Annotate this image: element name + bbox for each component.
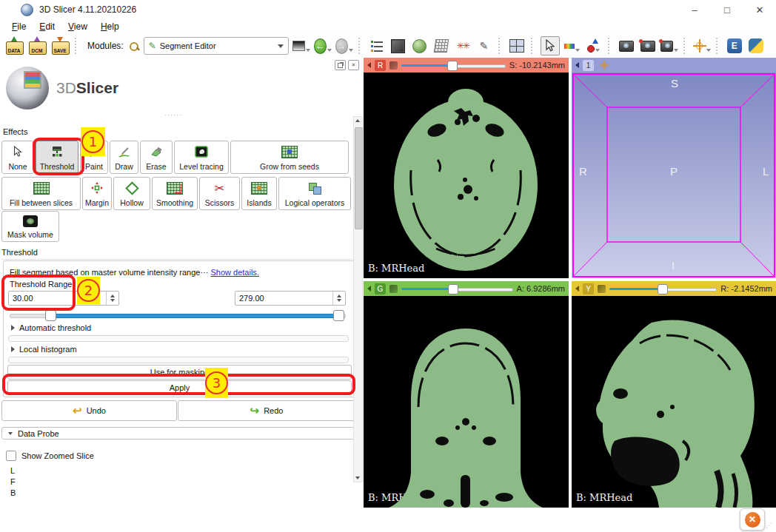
mouse-interaction-button[interactable]: [541, 36, 560, 55]
effect-hollow-button[interactable]: Hollow: [113, 177, 150, 210]
load-data-button[interactable]: DATA: [4, 36, 24, 55]
spinbox-arrows[interactable]: [332, 292, 345, 305]
red-slice-view: R S: -10.2143mm B: MRHead: [364, 58, 569, 278]
spinbox-arrows[interactable]: [106, 292, 118, 305]
collapse-view-icon[interactable]: [367, 286, 371, 292]
green-slice-slider[interactable]: [401, 284, 513, 293]
screenshot-layout-button[interactable]: [292, 37, 310, 55]
collapse-view-icon[interactable]: [367, 62, 371, 68]
apply-button[interactable]: Apply: [7, 380, 352, 395]
range-slider-max-handle[interactable]: [333, 310, 344, 321]
scroll-down-icon[interactable]: [355, 477, 360, 479]
volume-cube-icon[interactable]: [389, 37, 407, 55]
effect-none-button[interactable]: None: [1, 141, 34, 174]
margin-icon: [91, 178, 103, 198]
effect-scissors-button[interactable]: ✂ Scissors: [199, 177, 240, 210]
show-details-link[interactable]: Show details.: [210, 268, 258, 277]
slider-handle[interactable]: [658, 284, 668, 294]
save-button[interactable]: SAVE: [50, 36, 70, 55]
layout-selector-button[interactable]: [508, 37, 526, 55]
pin-icon[interactable]: [389, 61, 398, 70]
modules-label: Modules:: [87, 41, 124, 51]
threshold-max-value[interactable]: 279.00: [235, 292, 332, 305]
panel-drag-handle[interactable]: ······: [164, 111, 182, 118]
data-probe-header[interactable]: Data Probe: [1, 427, 360, 440]
module-selector[interactable]: ✎ Segment Editor: [144, 37, 289, 55]
menu-file[interactable]: File: [6, 20, 32, 33]
effect-smoothing-button[interactable]: Smoothing: [152, 177, 198, 210]
pin-icon[interactable]: [598, 285, 606, 293]
volume-rendering-icon[interactable]: [432, 37, 450, 55]
transforms-icon[interactable]: ✳✳: [454, 37, 472, 55]
green-view-body[interactable]: B: MRHead: [364, 296, 569, 508]
effect-draw-button[interactable]: Draw: [110, 141, 138, 174]
menu-view[interactable]: View: [62, 20, 93, 33]
module-selector-value: Segment Editor: [160, 41, 216, 50]
scene-view-save-button[interactable]: [639, 37, 657, 55]
automatic-threshold-section[interactable]: Automatic threshold: [11, 323, 91, 332]
red-view-body[interactable]: B: MRHead: [364, 73, 569, 278]
threshold-max-spinbox[interactable]: 279.00: [235, 291, 346, 306]
scrollbar-thumb[interactable]: [355, 127, 363, 229]
show-zoomed-slice-checkbox[interactable]: [6, 451, 16, 461]
panel-scrollbar[interactable]: [353, 116, 363, 482]
annotations-icon[interactable]: ✎: [475, 37, 493, 55]
scene-view-restore-button[interactable]: [660, 37, 678, 55]
history-forward-button[interactable]: →: [335, 37, 353, 55]
red-slice-slider[interactable]: [401, 61, 506, 70]
minimize-button[interactable]: –: [678, 0, 711, 19]
slider-handle[interactable]: [447, 61, 458, 71]
separator: [498, 38, 503, 54]
maximize-button[interactable]: □: [711, 0, 743, 19]
close-panel-button[interactable]: ✕: [348, 60, 359, 70]
extensions-manager-button[interactable]: E: [726, 37, 743, 55]
red-view-letter: R: [375, 60, 386, 71]
yellow-slice-view: Y R: -2.1452mm B: MRHead: [572, 281, 776, 508]
effect-level-tracing-button[interactable]: Level tracing: [174, 141, 229, 174]
yellow-view-body[interactable]: B: MRHead: [572, 296, 776, 508]
yellow-view-letter: Y: [583, 283, 594, 294]
collapse-view-icon[interactable]: [575, 286, 579, 292]
resize-grip[interactable]: ⋰: [766, 522, 773, 529]
scroll-up-icon[interactable]: [355, 119, 360, 122]
range-slider-min-handle[interactable]: [45, 310, 56, 321]
crosshair-button[interactable]: [693, 37, 711, 55]
place-fiducial-button[interactable]: [563, 37, 581, 55]
place-point-button[interactable]: [585, 37, 603, 55]
collapse-view-icon[interactable]: [575, 62, 579, 68]
yellow-view-header: Y R: -2.1452mm: [572, 281, 776, 296]
undo-button[interactable]: ↩ Undo: [1, 400, 177, 421]
effect-mask-volume-button[interactable]: Mask volume: [1, 211, 59, 242]
dismiss-overlay-button[interactable]: ✕: [745, 512, 760, 528]
yellow-slice-slider[interactable]: [609, 284, 717, 293]
threeD-view-body[interactable]: S R P L I: [572, 73, 776, 278]
threshold-range-slider[interactable]: [10, 310, 344, 320]
menu-help[interactable]: Help: [95, 20, 125, 33]
local-histogram-frame: [8, 357, 349, 363]
view-options-gear-icon[interactable]: [600, 61, 609, 70]
pin-icon[interactable]: [389, 285, 398, 293]
menu-edit[interactable]: Edit: [33, 20, 61, 33]
effect-erase-button[interactable]: Erase: [140, 141, 173, 174]
module-history-icon[interactable]: [368, 37, 386, 55]
redo-button[interactable]: ↪ Redo: [178, 400, 355, 421]
dicom-button[interactable]: DCM: [27, 36, 47, 55]
python-console-button[interactable]: [747, 37, 765, 55]
effect-threshold-button[interactable]: Threshold: [36, 141, 78, 174]
module-search-icon[interactable]: [129, 41, 138, 51]
effect-logical-operators-button[interactable]: Logical operators: [278, 177, 351, 210]
close-button[interactable]: ✕: [743, 0, 776, 19]
effect-grow-from-seeds-button[interactable]: Grow from seeds: [230, 141, 349, 174]
models-sphere-icon[interactable]: [411, 37, 429, 55]
effect-islands-button[interactable]: Islands: [241, 177, 277, 210]
effect-margin-button[interactable]: Margin: [82, 177, 112, 210]
screen-capture-button[interactable]: [618, 37, 635, 55]
slider-handle[interactable]: [448, 284, 458, 294]
history-back-button[interactable]: ←: [314, 37, 332, 55]
use-for-masking-button[interactable]: Use for masking: [7, 365, 352, 380]
undock-panel-button[interactable]: [335, 60, 346, 70]
effect-fill-between-slices-button[interactable]: Fill between slices: [1, 177, 81, 210]
local-histogram-section[interactable]: Local histogram: [11, 345, 77, 354]
threshold-min-spinbox[interactable]: 30.00: [8, 291, 119, 306]
smoothing-icon: [167, 178, 183, 198]
